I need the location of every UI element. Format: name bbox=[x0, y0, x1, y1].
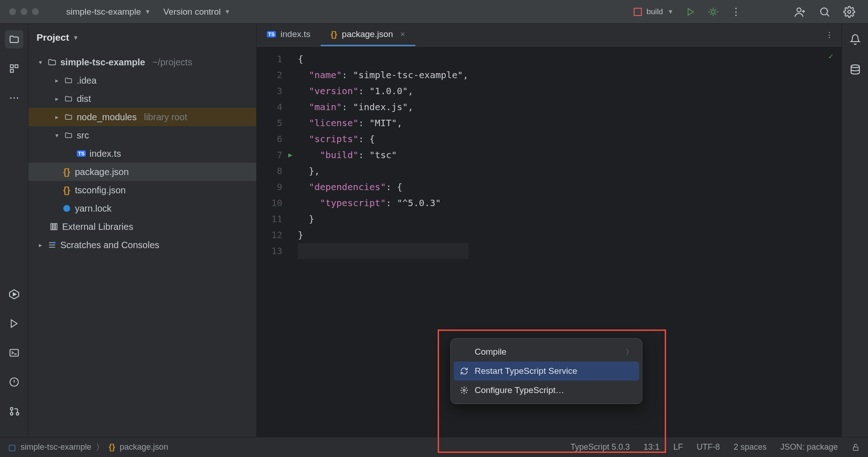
popup-label: Compile bbox=[475, 347, 620, 357]
status-line-separator[interactable]: LF bbox=[673, 442, 683, 452]
close-tab-icon[interactable]: × bbox=[400, 30, 405, 39]
chevron-down-icon: ▾ bbox=[37, 58, 44, 66]
line-number: 8 bbox=[257, 163, 282, 179]
run-tool-button[interactable] bbox=[5, 314, 23, 333]
tree-root[interactable]: ▾ simple-tsc-example ~/projects bbox=[28, 53, 256, 71]
project-tree: ▾ simple-tsc-example ~/projects ▸ .idea … bbox=[28, 51, 256, 256]
chevron-right-icon: ▸ bbox=[53, 113, 60, 121]
json-file-icon: {} bbox=[109, 442, 115, 452]
npm-script-icon bbox=[634, 8, 642, 16]
status-encoding[interactable]: UTF-8 bbox=[697, 442, 720, 452]
status-schema[interactable]: JSON: package bbox=[780, 442, 838, 452]
search-everywhere-button[interactable] bbox=[819, 6, 831, 18]
popup-item-configure-ts[interactable]: Configure TypeScript… bbox=[451, 381, 642, 400]
tab-label: package.json bbox=[342, 29, 393, 39]
line-number: 3 bbox=[257, 83, 282, 99]
terminal-tool-button[interactable] bbox=[5, 344, 23, 362]
tab-package-json[interactable]: {} package.json × bbox=[321, 24, 415, 46]
tree-item-idea[interactable]: ▸ .idea bbox=[28, 71, 256, 90]
project-panel: Project ▼ ▾ simple-tsc-example ~/project… bbox=[28, 24, 257, 437]
json-file-icon: {} bbox=[62, 185, 71, 196]
tree-item-dist[interactable]: ▸ dist bbox=[28, 90, 256, 108]
tree-item-index-ts[interactable]: TS index.ts bbox=[28, 144, 256, 163]
svg-point-21 bbox=[851, 65, 859, 68]
library-icon bbox=[49, 222, 58, 231]
svg-point-2 bbox=[797, 8, 801, 12]
yarn-file-icon bbox=[62, 204, 71, 213]
tree-item-tsconfig[interactable]: {} tsconfig.json bbox=[28, 181, 256, 199]
structure-tool-button[interactable] bbox=[5, 59, 23, 78]
run-gutter-icon[interactable]: ▶ bbox=[288, 147, 292, 163]
line-number: 2 bbox=[257, 67, 282, 83]
run-config-selector[interactable]: build ▼ bbox=[634, 7, 673, 16]
chevron-right-icon: ▸ bbox=[53, 95, 60, 102]
minimize-window-icon[interactable] bbox=[21, 8, 27, 15]
svg-point-13 bbox=[10, 408, 13, 410]
close-window-icon[interactable] bbox=[9, 8, 16, 15]
tree-item-node-modules[interactable]: ▸ node_modules library root bbox=[28, 108, 256, 126]
more-tools-button[interactable]: ⋯ bbox=[5, 89, 23, 107]
chevron-down-icon: ▼ bbox=[224, 8, 230, 15]
left-tool-strip: ⋯ bbox=[0, 24, 28, 437]
tree-item-yarn-lock[interactable]: yarn.lock bbox=[28, 199, 256, 218]
inspection-ok-icon[interactable]: ✓ bbox=[828, 51, 833, 61]
folder-icon bbox=[64, 76, 73, 85]
tree-external-libraries[interactable]: External Libraries bbox=[28, 218, 256, 236]
svg-rect-6 bbox=[15, 65, 17, 68]
folder-icon bbox=[64, 113, 73, 121]
project-tool-button[interactable] bbox=[5, 30, 23, 48]
chevron-down-icon: ▼ bbox=[73, 34, 79, 41]
svg-rect-11 bbox=[10, 350, 18, 356]
vcs-dropdown[interactable]: Version control ▼ bbox=[164, 7, 231, 17]
zoom-window-icon[interactable] bbox=[32, 8, 39, 15]
vcs-label: Version control bbox=[164, 7, 221, 17]
status-indent[interactable]: 2 spaces bbox=[734, 442, 767, 452]
window-controls[interactable] bbox=[0, 8, 48, 15]
status-typescript[interactable]: TypeScript 5.0.3 bbox=[571, 442, 630, 452]
tree-label: package.json bbox=[75, 167, 129, 177]
svg-point-16 bbox=[64, 205, 70, 212]
status-caret[interactable]: 13:1 bbox=[644, 442, 660, 452]
line-number: 10 bbox=[257, 195, 282, 211]
breadcrumb-project: simple-tsc-example bbox=[21, 442, 91, 452]
chevron-down-icon: ▾ bbox=[53, 132, 60, 139]
tree-label: tsconfig.json bbox=[75, 185, 126, 196]
tree-label: src bbox=[77, 130, 89, 141]
tree-scratches[interactable]: ▸ Scratches and Consoles bbox=[28, 236, 256, 254]
code-with-me-button[interactable] bbox=[794, 6, 806, 18]
notifications-button[interactable] bbox=[846, 30, 864, 48]
settings-button[interactable] bbox=[843, 6, 855, 18]
database-button[interactable] bbox=[846, 60, 864, 79]
run-button[interactable] bbox=[686, 7, 695, 16]
gear-icon bbox=[460, 386, 469, 394]
refresh-icon bbox=[460, 367, 469, 375]
tab-index-ts[interactable]: TS index.ts bbox=[257, 24, 321, 46]
popup-item-restart-ts[interactable]: Restart TypeScript Service bbox=[454, 361, 639, 381]
svg-point-14 bbox=[10, 413, 13, 415]
project-dropdown[interactable]: simple-tsc-example ▼ bbox=[66, 7, 151, 17]
svg-point-1 bbox=[711, 10, 715, 13]
debug-button[interactable] bbox=[708, 7, 718, 17]
services-tool-button[interactable] bbox=[5, 285, 23, 303]
git-tool-button[interactable] bbox=[5, 402, 23, 420]
more-actions-button[interactable]: ⋮ bbox=[731, 6, 741, 18]
json-file-icon: {} bbox=[62, 167, 71, 177]
tree-label: index.ts bbox=[90, 149, 121, 159]
popup-label: Restart TypeScript Service bbox=[475, 366, 633, 376]
project-panel-header[interactable]: Project ▼ bbox=[28, 24, 256, 51]
editor-code[interactable]: { "name": "simple-tsc-example", "version… bbox=[291, 47, 468, 437]
popup-label: Configure TypeScript… bbox=[475, 385, 633, 395]
problems-tool-button[interactable] bbox=[5, 373, 23, 391]
project-panel-title: Project bbox=[37, 32, 69, 43]
popup-item-compile[interactable]: Compile 〉 bbox=[451, 342, 642, 361]
svg-rect-5 bbox=[10, 65, 13, 68]
breadcrumb[interactable]: ▢ simple-tsc-example 〉 {} package.json bbox=[8, 442, 168, 453]
tabs-more-button[interactable]: ⋮ bbox=[817, 24, 842, 46]
readonly-lock-icon[interactable] bbox=[852, 443, 860, 452]
tree-label: simple-tsc-example bbox=[60, 57, 145, 68]
project-name: simple-tsc-example bbox=[66, 7, 141, 17]
project-folder-icon bbox=[48, 58, 57, 67]
tree-item-package-json[interactable]: {} package.json bbox=[28, 163, 256, 181]
tree-item-src[interactable]: ▾ src bbox=[28, 126, 256, 144]
tab-label: index.ts bbox=[281, 29, 310, 39]
